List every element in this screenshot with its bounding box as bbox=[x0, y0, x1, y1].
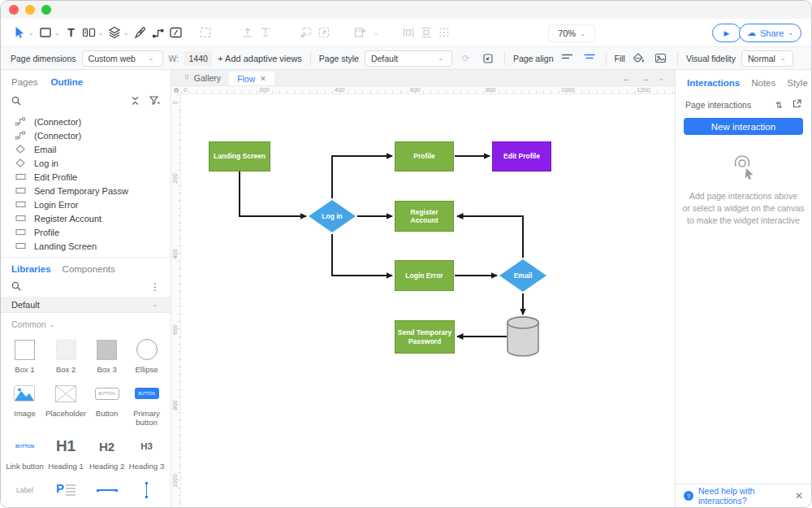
component-box-1[interactable]: Box 1 bbox=[5, 332, 45, 376]
component-link-button[interactable]: BUTTONLink button bbox=[5, 429, 45, 473]
pen-tool-icon[interactable] bbox=[132, 24, 149, 41]
close-tab-icon[interactable]: ✕ bbox=[260, 75, 266, 83]
outline-item[interactable]: Send Temporary Passw bbox=[1, 184, 171, 198]
interaction-click-icon bbox=[676, 151, 811, 182]
tab-components[interactable]: Components bbox=[63, 264, 115, 274]
component-horizontal-line[interactable]: Horizontal line bbox=[87, 473, 127, 507]
page-align-center-button[interactable] bbox=[581, 50, 598, 67]
library-select[interactable]: Default⌄ bbox=[1, 297, 171, 313]
tab-outline[interactable]: Outline bbox=[51, 77, 84, 87]
outline-item[interactable]: Login Error bbox=[1, 198, 171, 211]
component-tool-dropdown[interactable]: ⌄ bbox=[97, 29, 103, 37]
component-heading-1[interactable]: H1Heading 1 bbox=[45, 429, 87, 473]
component-paragraph[interactable]: PParagraph bbox=[45, 473, 87, 507]
component-ellipse[interactable]: Ellipse bbox=[127, 332, 166, 376]
shape-tool-dropdown[interactable]: ⌄ bbox=[54, 29, 60, 37]
rect-icon bbox=[15, 200, 27, 209]
fill-image-icon[interactable] bbox=[653, 50, 669, 67]
layers-tool-dropdown[interactable]: ⌄ bbox=[123, 29, 129, 37]
preview-button[interactable]: ▶ bbox=[712, 24, 741, 42]
tab-back-icon[interactable]: ← bbox=[623, 74, 631, 83]
visual-fidelity-select[interactable]: Normal⌄ bbox=[741, 50, 793, 67]
outline-item[interactable]: Landing Screen bbox=[1, 239, 171, 253]
component-primary-button[interactable]: BUTTONPrimary button bbox=[127, 376, 166, 429]
component-image[interactable]: Image bbox=[5, 376, 45, 429]
scale-down-icon bbox=[316, 24, 332, 41]
connector-icon bbox=[15, 117, 27, 126]
component-box-3[interactable]: Box 3 bbox=[87, 332, 127, 376]
zoom-control[interactable]: 70% ⌄ bbox=[548, 24, 595, 42]
tab-style[interactable]: Style bbox=[787, 78, 808, 88]
add-adaptive-views-button[interactable]: + Add adaptive views bbox=[218, 54, 302, 63]
width-input[interactable]: 1440 bbox=[184, 51, 212, 66]
flow-node-landing-screen[interactable]: Landing Screen bbox=[209, 141, 270, 172]
tab-flow[interactable]: Flow ✕ bbox=[229, 72, 274, 85]
close-help-icon[interactable]: ✕ bbox=[795, 490, 803, 501]
library-search-icon[interactable] bbox=[11, 280, 21, 294]
slash-shape-tool-icon[interactable] bbox=[167, 24, 185, 41]
ruler-settings-gear-icon[interactable]: ⚙ bbox=[171, 86, 181, 94]
canvas-tabbar: ⠿ Gallery Flow ✕ ← → ⌄ bbox=[171, 70, 675, 86]
component-heading-3[interactable]: H3Heading 3 bbox=[127, 429, 166, 473]
collapse-corner-icon[interactable] bbox=[480, 50, 496, 67]
page-align-left-button[interactable] bbox=[559, 50, 576, 67]
component-heading-2[interactable]: H2Heading 2 bbox=[87, 429, 127, 473]
new-interaction-button[interactable]: New interaction bbox=[684, 118, 803, 135]
interaction-hint-line1: Add page interactions above bbox=[682, 190, 805, 202]
component-box-2[interactable]: Box 2 bbox=[45, 332, 87, 376]
page-style-select[interactable]: Default⌄ bbox=[365, 50, 452, 67]
connector-tool-icon[interactable] bbox=[149, 24, 167, 41]
fill-color-icon[interactable] bbox=[631, 50, 647, 67]
common-section-header[interactable]: Common⌄ bbox=[1, 313, 171, 330]
rectangle-tool-icon[interactable] bbox=[37, 24, 54, 41]
filter-icon[interactable] bbox=[149, 94, 160, 109]
tab-pages[interactable]: Pages bbox=[11, 77, 38, 87]
component-placeholder[interactable]: Placeholder bbox=[45, 376, 87, 429]
minimize-window-button[interactable] bbox=[25, 5, 35, 15]
component-tool-icon[interactable] bbox=[80, 24, 97, 41]
text-tool-icon[interactable]: T bbox=[62, 24, 80, 41]
select-tool-dropdown[interactable]: ⌄ bbox=[28, 29, 34, 37]
ellipse-icon bbox=[136, 337, 158, 362]
flow-node-send-temporary-password[interactable]: Send Temporary Password bbox=[395, 320, 455, 354]
tab-notes[interactable]: Notes bbox=[751, 78, 775, 88]
sort-icon[interactable]: ⇅ bbox=[775, 100, 783, 110]
tab-list-icon[interactable]: ⌄ bbox=[659, 75, 664, 82]
rect-icon bbox=[15, 172, 27, 181]
main-toolbar: ⌄ ⌄ T ⌄ ⌄ ⌄ 70% ⌄ bbox=[1, 19, 811, 47]
vertical-ruler: 02004006008001000 bbox=[171, 94, 181, 507]
inspector-panel: Interactions Notes Style Page interactio… bbox=[675, 70, 811, 507]
flow-node-login-error[interactable]: Login Error bbox=[395, 260, 454, 291]
select-tool-icon[interactable] bbox=[11, 24, 28, 41]
outline-item[interactable]: Profile bbox=[1, 225, 171, 239]
flow-node-register-account[interactable]: Register Account bbox=[395, 201, 454, 232]
help-link[interactable]: Need help with interactions? bbox=[698, 486, 790, 506]
outline-item[interactable]: Edit Profile bbox=[1, 170, 171, 184]
flow-node-profile[interactable]: Profile bbox=[395, 141, 454, 172]
layers-tool-icon[interactable] bbox=[106, 24, 123, 41]
outline-item[interactable]: Log in bbox=[1, 156, 171, 170]
tab-libraries[interactable]: Libraries bbox=[11, 264, 51, 274]
collapse-all-icon[interactable] bbox=[131, 94, 140, 109]
outline-item[interactable]: Email bbox=[1, 142, 171, 156]
page-canvas[interactable]: Landing ScreenProfileEdit ProfileLog inR… bbox=[181, 94, 675, 507]
outline-item[interactable]: (Connector) bbox=[1, 128, 171, 142]
share-button[interactable]: ☁ Share ⌄ bbox=[739, 24, 801, 42]
page-dimensions-select[interactable]: Custom web⌄ bbox=[82, 50, 163, 67]
close-window-button[interactable] bbox=[9, 5, 19, 15]
component-vertical-line[interactable]: Vertical line bbox=[127, 473, 166, 507]
component-label[interactable]: LabelLabel bbox=[5, 473, 45, 507]
rect-icon bbox=[15, 214, 27, 223]
library-menu-icon[interactable]: ⋮ bbox=[150, 281, 160, 293]
tab-interactions[interactable]: Interactions bbox=[687, 78, 740, 88]
outline-item[interactable]: Register Account bbox=[1, 211, 171, 225]
search-icon[interactable] bbox=[11, 94, 21, 109]
flow-node-edit-profile[interactable]: Edit Profile bbox=[492, 141, 551, 172]
tab-forward-icon[interactable]: → bbox=[641, 74, 649, 83]
maximize-window-button[interactable] bbox=[41, 5, 51, 15]
tab-gallery[interactable]: ⠿ Gallery bbox=[176, 70, 229, 85]
component-button[interactable]: BUTTONButton bbox=[87, 376, 127, 429]
divider bbox=[504, 52, 505, 65]
outline-item[interactable]: (Connector) bbox=[1, 115, 171, 128]
open-external-icon[interactable] bbox=[793, 99, 801, 110]
